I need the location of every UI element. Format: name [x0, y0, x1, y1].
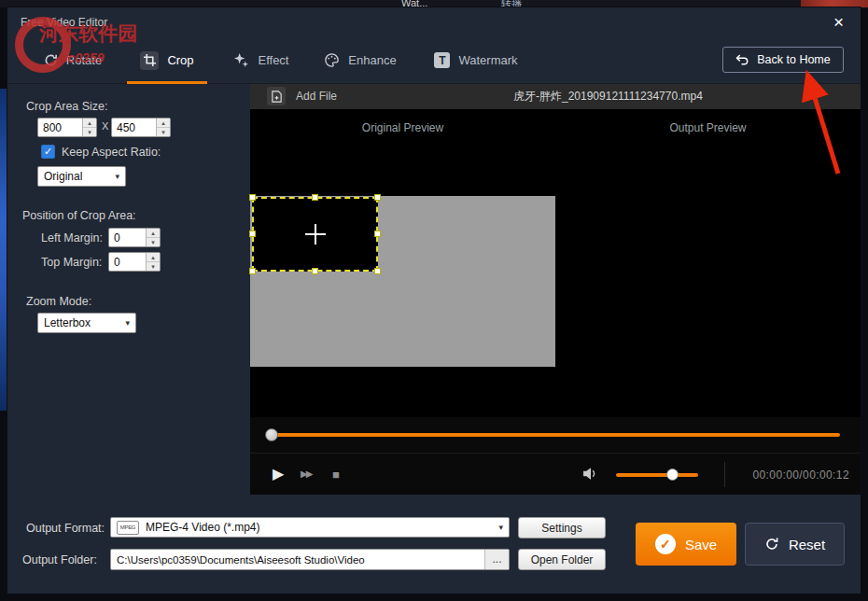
add-file-label: Add File	[296, 90, 337, 103]
spin-down-icon[interactable]: ▾	[83, 128, 96, 136]
crop-handle[interactable]	[374, 194, 381, 201]
aspect-ratio-dropdown[interactable]: Original ▾	[37, 166, 126, 187]
spin-up-icon[interactable]: ▴	[83, 119, 96, 128]
reset-icon	[764, 537, 779, 552]
left-margin-label: Left Margin:	[41, 231, 103, 245]
crop-icon	[140, 51, 159, 70]
output-folder-field: ...	[110, 549, 510, 570]
volume-icon[interactable]	[582, 466, 598, 484]
back-to-home-label: Back to Home	[757, 53, 831, 66]
stars-icon	[233, 52, 249, 68]
crop-handle[interactable]	[249, 231, 256, 237]
open-folder-button[interactable]: Open Folder	[518, 549, 606, 570]
browse-button[interactable]: ...	[484, 550, 509, 569]
output-folder-input[interactable]	[111, 554, 484, 566]
tab-crop[interactable]: Crop	[127, 37, 207, 83]
loaded-file-name: 虎牙-胖炸_201909121111234770.mp4	[513, 84, 703, 109]
spinner-buttons[interactable]: ▴ ▾	[82, 119, 96, 136]
settings-button[interactable]: Settings	[518, 517, 606, 538]
output-folder-label: Output Folder:	[22, 553, 97, 566]
background-left-strip	[0, 89, 7, 411]
spin-down-icon[interactable]: ▾	[147, 238, 160, 246]
background-top-window: Wat... 转播	[0, 0, 868, 7]
rotate-icon	[44, 53, 58, 67]
spin-down-icon[interactable]: ▾	[147, 262, 160, 271]
crop-height-input[interactable]	[112, 119, 156, 136]
tab-bar: Rotate Crop Effect Enhance T Watermark B…	[7, 37, 861, 84]
zoom-mode-label: Zoom Mode:	[26, 295, 91, 308]
crop-height-stepper[interactable]: ▴ ▾	[111, 118, 171, 137]
background-window-text: 转播	[501, 0, 522, 7]
crop-handle[interactable]	[249, 194, 256, 201]
left-margin-stepper[interactable]: ▴ ▾	[108, 228, 161, 247]
save-button[interactable]: ✓ Save	[636, 523, 736, 566]
top-margin-stepper[interactable]: ▴ ▾	[108, 252, 161, 272]
stop-button[interactable]: ■	[332, 468, 340, 481]
play-button[interactable]: ▶	[273, 467, 284, 482]
spin-up-icon[interactable]: ▴	[147, 253, 160, 262]
tab-enhance[interactable]: Enhance	[315, 37, 405, 83]
reset-label: Reset	[789, 537, 825, 552]
tab-label: Watermark	[458, 53, 517, 67]
add-file-icon	[267, 87, 286, 105]
background-window-text: Wat...	[401, 0, 427, 7]
output-format-dropdown[interactable]: MPEG MPEG-4 Video (*.mp4) ▾	[110, 517, 510, 538]
tab-watermark[interactable]: T Watermark	[422, 37, 530, 83]
crop-handle[interactable]	[374, 231, 381, 237]
seek-bar[interactable]	[269, 433, 840, 437]
aspect-ratio-value: Original	[44, 170, 82, 183]
add-file-button[interactable]: Add File	[267, 87, 337, 105]
tab-label: Rotate	[66, 53, 102, 67]
spinner-buttons[interactable]: ▴ ▾	[156, 119, 170, 136]
check-circle-icon: ✓	[655, 534, 676, 554]
spinner-buttons[interactable]: ▴ ▾	[146, 253, 160, 271]
palette-icon	[324, 52, 340, 68]
spin-down-icon[interactable]: ▾	[157, 128, 170, 136]
spin-up-icon[interactable]: ▴	[147, 229, 160, 238]
crop-handle[interactable]	[312, 268, 318, 274]
time-display: 00:00:00/00:00:12	[752, 468, 849, 482]
seek-row	[250, 417, 861, 453]
top-margin-label: Top Margin:	[41, 256, 102, 269]
crop-position-label: Position of Crop Area:	[22, 209, 136, 222]
crop-handle[interactable]	[312, 194, 318, 201]
back-arrow-icon	[735, 54, 749, 65]
fast-forward-button[interactable]: ▶▶	[301, 469, 311, 479]
output-format-label: Output Format:	[26, 522, 105, 535]
title-bar: Free Video Editor ×	[7, 7, 861, 37]
tab-label: Crop	[167, 53, 193, 67]
crop-width-input[interactable]	[38, 119, 82, 136]
crop-width-stepper[interactable]: ▴ ▾	[37, 118, 97, 137]
tab-rotate[interactable]: Rotate	[26, 37, 119, 83]
seek-handle[interactable]	[265, 428, 278, 441]
back-to-home-button[interactable]: Back to Home	[722, 47, 844, 73]
left-margin-input[interactable]	[109, 229, 146, 246]
crop-selection-box[interactable]	[252, 197, 378, 272]
original-video-frame	[250, 196, 555, 367]
crop-area-size-label: Crop Area Size:	[26, 100, 108, 113]
close-icon[interactable]: ×	[833, 13, 844, 31]
original-preview-label: Original Preview	[250, 121, 555, 134]
crop-handle[interactable]	[249, 268, 256, 274]
divider	[724, 462, 725, 487]
background-red-window	[801, 0, 868, 7]
crop-center-cross-icon	[315, 224, 316, 245]
keep-aspect-label: Keep Aspect Ratio:	[62, 146, 161, 159]
top-margin-input[interactable]	[109, 253, 146, 271]
spin-up-icon[interactable]: ▴	[157, 119, 170, 128]
tab-effect[interactable]: Effect	[220, 37, 302, 83]
zoom-mode-dropdown[interactable]: Letterbox ▾	[37, 313, 136, 333]
spinner-buttons[interactable]: ▴ ▾	[146, 229, 160, 246]
volume-handle[interactable]	[666, 468, 679, 481]
reset-button[interactable]: Reset	[745, 523, 845, 566]
watermark-icon: T	[434, 52, 450, 68]
keep-aspect-checkbox[interactable]: ✓	[41, 145, 55, 159]
chevron-down-icon: ▾	[125, 318, 130, 328]
save-label: Save	[685, 537, 717, 552]
transport-bar: ▶ ▶▶ ■ 00:00:00/00:00:12	[250, 453, 861, 495]
window-title: Free Video Editor	[21, 16, 107, 29]
crop-handle[interactable]	[374, 268, 381, 274]
preview-area: Add File 虎牙-胖炸_201909121111234770.mp4 Or…	[250, 84, 861, 495]
file-bar: Add File 虎牙-胖炸_201909121111234770.mp4	[250, 84, 861, 109]
volume-slider[interactable]	[616, 473, 698, 477]
